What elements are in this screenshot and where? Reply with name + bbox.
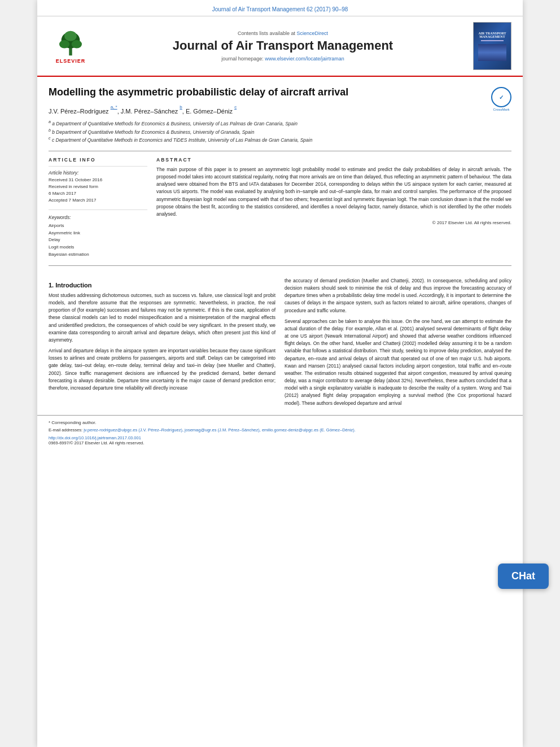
keyword-3: Delay bbox=[49, 237, 147, 244]
article-footer: * Corresponding author. E-mail addresses… bbox=[37, 415, 523, 451]
article-info-label: ARTICLE INFO bbox=[49, 157, 147, 163]
divider-1 bbox=[49, 151, 511, 151]
article-info-column: ARTICLE INFO Article history: Received 3… bbox=[49, 157, 147, 259]
keyword-1: Airports bbox=[49, 222, 147, 230]
sciencedirect-link[interactable]: ScienceDirect bbox=[297, 30, 329, 36]
issn-line: 0969-6997/© 2017 Elsevier Ltd. All right… bbox=[49, 440, 511, 445]
body-para-right-2: Several approaches can be taken to analy… bbox=[285, 318, 511, 407]
authors-line: J.V. Pérez–Rodríguez a, *, J.M. Pérez–Sá… bbox=[49, 104, 511, 115]
author2-sup[interactable]: b bbox=[180, 104, 182, 110]
abstract-column: ABSTRACT The main purpose of this paper … bbox=[156, 157, 511, 259]
svg-point-2 bbox=[59, 40, 69, 49]
keywords-section: Keywords: Airports Asymmetric link Delay… bbox=[49, 215, 147, 259]
history-revised-date: 6 March 2017 bbox=[49, 190, 147, 197]
cover-title-text: AIR TRANSPORTMANAGEMENT bbox=[478, 32, 506, 38]
author1-sup[interactable]: a, * bbox=[111, 104, 117, 110]
journal-cover-container: AIR TRANSPORTMANAGEMENT bbox=[470, 22, 515, 70]
body-column-left: 1. Introduction Most studies addressing … bbox=[49, 277, 275, 410]
page-container: Journal of Air Transport Management 62 (… bbox=[37, 0, 523, 747]
body-two-col: 1. Introduction Most studies addressing … bbox=[37, 277, 523, 410]
affiliations-section: a a Department of Quantitative Methods f… bbox=[49, 119, 511, 144]
top-journal-bar: Journal of Air Transport Management 62 (… bbox=[37, 0, 523, 16]
author3-sup[interactable]: c bbox=[234, 104, 237, 110]
article-history: Article history: Received 31 October 201… bbox=[49, 170, 147, 204]
elsevier-logo-container: ELSEVIER bbox=[45, 22, 96, 70]
email-line: E-mail addresses: jv.perez-rodriguez@ulp… bbox=[49, 427, 511, 433]
abstract-text: The main purpose of this paper is to pre… bbox=[156, 166, 511, 218]
abstract-label: ABSTRACT bbox=[156, 157, 511, 163]
body-column-right: the accuracy of demand prediction (Muell… bbox=[285, 277, 511, 410]
journal-title: Journal of Air Transport Management bbox=[173, 38, 393, 53]
email-addresses[interactable]: jv.perez-rodriguez@ulpgc.es (J.V. Pérez–… bbox=[84, 427, 356, 433]
homepage-url[interactable]: www.elsevier.com/locate/jairtraman bbox=[265, 56, 344, 62]
keywords-title: Keywords: bbox=[49, 215, 147, 220]
copyright-line: © 2017 Elsevier Ltd. All rights reserved… bbox=[156, 220, 511, 225]
elsevier-brand-text: ELSEVIER bbox=[56, 58, 86, 64]
corresponding-note: * Corresponding author. bbox=[49, 420, 511, 425]
history-revised-label: Received in revised form bbox=[49, 184, 147, 190]
doi-line: http://dx.doi.org/10.1016/j.jairtraman.2… bbox=[49, 435, 511, 440]
body-para-2: Arrival and departure delays in the airs… bbox=[49, 347, 275, 392]
svg-point-3 bbox=[72, 40, 82, 49]
keyword-4: Logit models bbox=[49, 244, 147, 251]
history-received: Received 31 October 2016 bbox=[49, 177, 147, 184]
article-content: ✓ CrossMark Modelling the asymmetric pro… bbox=[37, 77, 523, 277]
homepage-label: journal homepage: bbox=[221, 56, 265, 62]
svg-point-4 bbox=[64, 30, 77, 41]
affiliation-a: a a Department of Quantitative Methods f… bbox=[49, 119, 511, 128]
title-section: ✓ CrossMark Modelling the asymmetric pro… bbox=[49, 86, 511, 99]
chat-button[interactable]: CHat bbox=[498, 563, 549, 589]
journal-title-section: Contents lists available at ScienceDirec… bbox=[102, 22, 464, 70]
journal-header: ELSEVIER Contents lists available at Sci… bbox=[37, 16, 523, 77]
keyword-2: Asymmetric link bbox=[49, 230, 147, 237]
body-para-right-1: the accuracy of demand prediction (Muell… bbox=[285, 277, 511, 314]
history-accepted: Accepted 7 March 2017 bbox=[49, 197, 147, 204]
section1-heading: 1. Introduction bbox=[49, 282, 275, 289]
keyword-5: Bayesian estimation bbox=[49, 251, 147, 259]
crossmark-icon: ✓ bbox=[499, 94, 504, 101]
affiliation-c: c c Department of Quantitative Methods i… bbox=[49, 136, 511, 144]
article-title: Modelling the asymmetric probabilistic d… bbox=[49, 86, 511, 99]
journal-ref-link[interactable]: Journal of Air Transport Management 62 (… bbox=[212, 6, 348, 12]
doi-link[interactable]: http://dx.doi.org/10.1016/j.jairtraman.2… bbox=[49, 435, 141, 440]
divider-info-top bbox=[49, 166, 147, 167]
crossmark-badge: ✓ CrossMark bbox=[491, 87, 511, 107]
elsevier-tree-icon bbox=[54, 29, 88, 57]
sciencedirect-line: Contents lists available at ScienceDirec… bbox=[238, 30, 328, 36]
history-title: Article history: bbox=[49, 170, 147, 176]
email-label: E-mail addresses: bbox=[49, 427, 82, 433]
journal-cover-image: AIR TRANSPORTMANAGEMENT bbox=[473, 22, 511, 70]
divider-info-mid bbox=[49, 209, 147, 210]
contents-label: Contents lists available at bbox=[238, 30, 297, 36]
body-para-1: Most studies addressing dichotomous outc… bbox=[49, 292, 275, 344]
divider-2 bbox=[49, 265, 511, 266]
article-info-abstract: ARTICLE INFO Article history: Received 3… bbox=[49, 157, 511, 259]
affiliation-b: b b Department of Quantitative Methods f… bbox=[49, 128, 511, 136]
elsevier-logo: ELSEVIER bbox=[54, 29, 88, 64]
homepage-line: journal homepage: www.elsevier.com/locat… bbox=[221, 56, 344, 62]
